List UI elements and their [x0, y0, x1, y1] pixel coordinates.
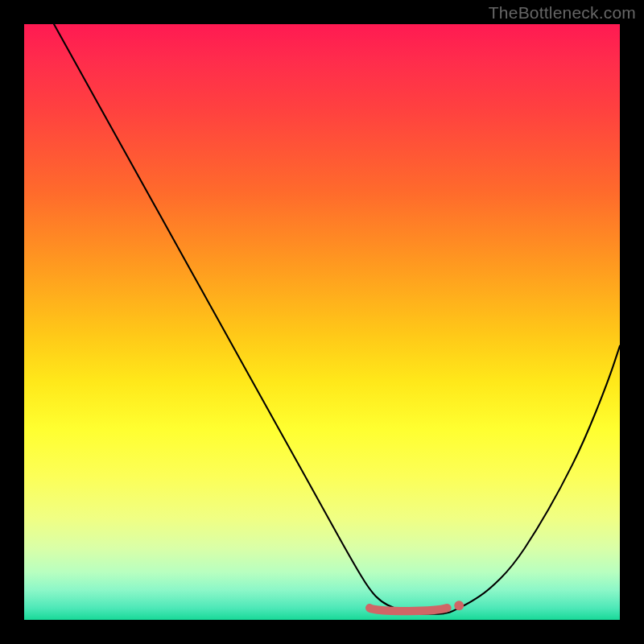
plot-area: [24, 24, 620, 620]
bottleneck-curve: [54, 24, 620, 614]
optimal-range-end-dot: [454, 601, 464, 610]
chart-frame: TheBottleneck.com: [0, 0, 644, 644]
curve-layer: [24, 24, 620, 620]
optimal-range-mark: [369, 608, 447, 611]
watermark-text: TheBottleneck.com: [489, 3, 636, 23]
